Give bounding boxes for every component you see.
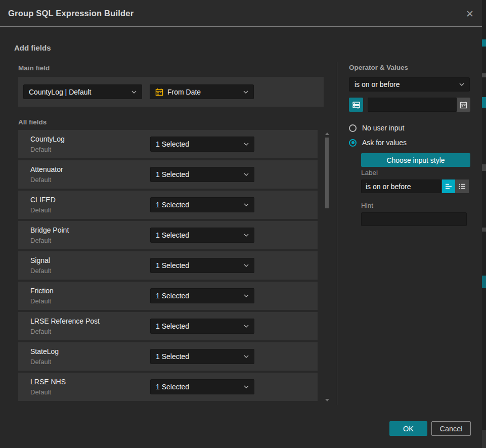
field-name: Friction bbox=[30, 287, 54, 295]
hint-heading: Hint bbox=[361, 202, 373, 209]
chevron-down-icon bbox=[244, 173, 249, 176]
radio-no-user-input[interactable]: No user input bbox=[349, 124, 404, 132]
field-values-select[interactable]: 1 Selected bbox=[150, 137, 254, 152]
field-row: Friction Default 1 Selected bbox=[18, 282, 318, 310]
label-input[interactable] bbox=[361, 180, 441, 193]
align-left-icon bbox=[445, 183, 453, 190]
calendar-icon bbox=[155, 88, 163, 96]
value-input-type-button[interactable] bbox=[349, 98, 363, 112]
chevron-down-icon bbox=[244, 325, 249, 328]
all-fields-list: CountyLog Default 1 Selected Attenuator … bbox=[18, 130, 318, 403]
single-line-input-style-button[interactable] bbox=[442, 180, 455, 193]
ok-button[interactable]: OK bbox=[389, 421, 427, 436]
main-field-select-value: From Date bbox=[167, 88, 239, 96]
cancel-button[interactable]: Cancel bbox=[431, 421, 471, 436]
field-name: StateLog bbox=[30, 347, 59, 355]
choose-input-style-button[interactable]: Choose input style bbox=[361, 153, 470, 167]
chevron-down-icon bbox=[244, 234, 249, 237]
field-name: LRSE NHS bbox=[30, 378, 66, 386]
field-values-select[interactable]: 1 Selected bbox=[150, 349, 254, 364]
add-fields-heading: Add fields bbox=[14, 43, 51, 52]
operator-select[interactable]: is on or before bbox=[349, 77, 470, 92]
field-values-select-value: 1 Selected bbox=[156, 170, 240, 178]
field-row: LRSE NHS Default 1 Selected bbox=[18, 373, 318, 401]
field-values-select[interactable]: 1 Selected bbox=[150, 288, 254, 303]
field-values-select[interactable]: 1 Selected bbox=[150, 228, 254, 243]
radio-circle-icon[interactable] bbox=[349, 139, 357, 147]
main-field-heading: Main field bbox=[18, 64, 50, 72]
field-name: LRSE Reference Post bbox=[30, 317, 100, 325]
scrollbar-thumb[interactable] bbox=[325, 138, 329, 208]
layer-select[interactable]: CountyLog | Default bbox=[23, 84, 142, 99]
chevron-down-icon bbox=[244, 264, 249, 267]
fields-list-scrollbar[interactable] bbox=[325, 130, 329, 404]
group-sql-expression-builder-dialog: Group SQL Expression Builder ✕ Add field… bbox=[0, 0, 486, 448]
list-input-style-button[interactable] bbox=[455, 180, 469, 193]
stacked-values-icon bbox=[352, 101, 361, 109]
field-name: CountyLog bbox=[30, 135, 65, 143]
radio-ask-for-values[interactable]: Ask for values bbox=[349, 139, 407, 147]
field-name: Signal bbox=[30, 256, 50, 264]
field-values-select-value: 1 Selected bbox=[156, 140, 240, 148]
field-sublabel: Default bbox=[30, 267, 51, 275]
chevron-down-icon bbox=[244, 203, 249, 206]
close-icon[interactable]: ✕ bbox=[463, 7, 477, 21]
field-row: CLIFED Default 1 Selected bbox=[18, 191, 318, 219]
operator-select-value: is on or before bbox=[355, 80, 455, 88]
all-fields-heading: All fields bbox=[18, 118, 47, 126]
field-sublabel: Default bbox=[30, 388, 51, 396]
field-row: Signal Default 1 Selected bbox=[18, 251, 318, 280]
radio-circle-icon[interactable] bbox=[349, 124, 357, 132]
field-sublabel: Default bbox=[30, 297, 51, 305]
field-values-select[interactable]: 1 Selected bbox=[150, 167, 254, 182]
value-input[interactable] bbox=[368, 98, 457, 112]
chevron-down-icon bbox=[131, 91, 137, 94]
field-name: Attenuator bbox=[30, 165, 63, 173]
field-row: Attenuator Default 1 Selected bbox=[18, 160, 318, 189]
hint-input[interactable] bbox=[361, 212, 467, 226]
field-values-select-value: 1 Selected bbox=[156, 322, 240, 330]
field-values-select[interactable]: 1 Selected bbox=[150, 319, 254, 334]
panel-divider bbox=[337, 62, 337, 405]
field-sublabel: Default bbox=[30, 176, 51, 184]
chevron-down-icon bbox=[244, 143, 249, 146]
edge-fragment bbox=[482, 97, 486, 108]
date-picker-button[interactable] bbox=[457, 98, 470, 112]
field-values-select[interactable]: 1 Selected bbox=[150, 197, 254, 212]
edge-fragment bbox=[482, 430, 486, 448]
dialog-titlebar: Group SQL Expression Builder ✕ bbox=[0, 0, 482, 27]
chevron-down-icon bbox=[244, 385, 249, 388]
chevron-down-icon bbox=[244, 355, 249, 358]
scroll-up-icon[interactable] bbox=[325, 132, 329, 135]
field-values-select-value: 1 Selected bbox=[156, 292, 240, 300]
field-name: Bridge Point bbox=[30, 226, 69, 234]
edge-fragment bbox=[482, 276, 486, 288]
field-sublabel: Default bbox=[30, 206, 51, 214]
field-values-select[interactable]: 1 Selected bbox=[150, 258, 254, 273]
background-app-edge bbox=[482, 0, 486, 448]
chevron-down-icon bbox=[244, 294, 249, 297]
field-row: StateLog Default 1 Selected bbox=[18, 342, 318, 371]
chevron-down-icon bbox=[459, 83, 464, 86]
field-name: CLIFED bbox=[30, 196, 56, 204]
field-sublabel: Default bbox=[30, 237, 51, 244]
field-values-select[interactable]: 1 Selected bbox=[150, 379, 254, 394]
radio-label: No user input bbox=[362, 124, 404, 132]
field-values-select-value: 1 Selected bbox=[156, 261, 240, 270]
field-values-select-value: 1 Selected bbox=[156, 352, 240, 361]
calendar-icon bbox=[460, 101, 467, 109]
edge-fragment bbox=[482, 228, 486, 232]
operator-values-heading: Operator & Values bbox=[349, 64, 408, 71]
main-field-select[interactable]: From Date bbox=[150, 84, 254, 99]
bullet-list-icon bbox=[458, 183, 466, 190]
field-sublabel: Default bbox=[30, 358, 51, 366]
field-row: Bridge Point Default 1 Selected bbox=[18, 221, 318, 249]
chevron-down-icon bbox=[243, 91, 248, 94]
edge-fragment bbox=[482, 164, 486, 171]
field-sublabel: Default bbox=[30, 328, 51, 335]
field-sublabel: Default bbox=[30, 146, 51, 153]
edge-fragment bbox=[482, 73, 486, 77]
main-field-container: CountyLog | Default From Date bbox=[18, 77, 324, 107]
layer-select-value: CountyLog | Default bbox=[29, 88, 127, 96]
scroll-down-icon[interactable] bbox=[325, 399, 329, 401]
